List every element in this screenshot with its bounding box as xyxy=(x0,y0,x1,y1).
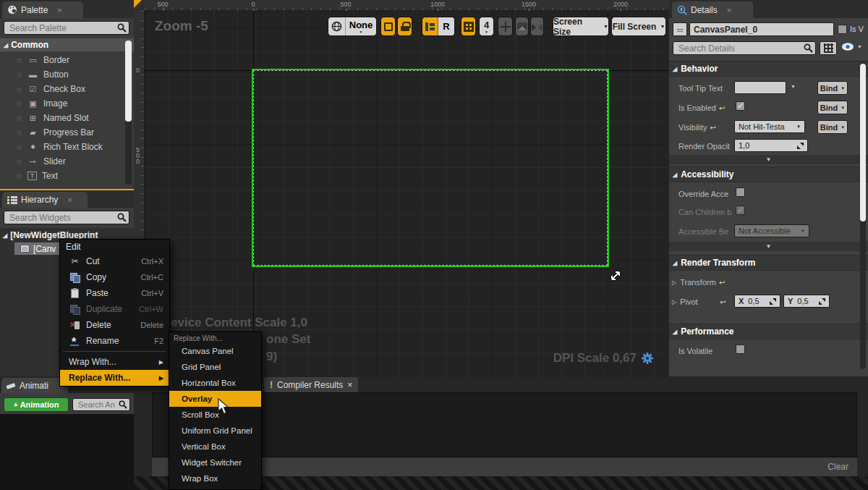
accessible-behavior-dropdown[interactable]: Not Accessible xyxy=(734,224,809,237)
screen-size-dropdown[interactable]: Screen Size ▼ xyxy=(553,17,609,36)
lock-widgets-button[interactable] xyxy=(397,17,412,36)
favorite-star-icon[interactable] xyxy=(16,113,22,123)
override-accessible-checkbox[interactable] xyxy=(736,187,745,197)
pivot-x-field[interactable]: X 0,5 xyxy=(734,295,780,308)
favorite-star-icon[interactable] xyxy=(16,55,22,65)
favorite-star-icon[interactable] xyxy=(16,142,22,152)
palette-item-button[interactable]: ▬Button xyxy=(0,67,123,82)
chevron-down-icon[interactable]: ▼ xyxy=(791,84,796,89)
section-performance[interactable]: ◢ Performance xyxy=(669,324,868,339)
visibility-dropdown[interactable]: Not Hit-Testa xyxy=(734,120,805,133)
palette-scrollbar-thumb[interactable] xyxy=(125,41,132,122)
palette-item-text[interactable]: TText xyxy=(0,169,123,183)
tab-hierarchy[interactable]: Hierarchy × xyxy=(2,192,88,208)
reset-to-default-icon[interactable]: ↩ xyxy=(710,124,716,132)
submenu-item-scroll-box[interactable]: Scroll Box xyxy=(169,407,261,423)
submenu-item-canvas-panel[interactable]: Canvas Panel xyxy=(169,343,261,359)
palette-item-named-slot[interactable]: ⊞Named Slot xyxy=(0,111,123,125)
palette-search[interactable] xyxy=(4,21,129,35)
value-drag-icon[interactable] xyxy=(770,298,776,305)
close-icon[interactable]: × xyxy=(347,380,352,390)
tab-compiler-results[interactable]: ! Compiler Results × xyxy=(264,377,358,392)
submenu-item-horizontal-box[interactable]: Horizontal Box xyxy=(169,375,261,391)
is-volatile-checkbox[interactable] xyxy=(736,345,745,354)
favorite-star-icon[interactable] xyxy=(16,84,22,94)
section-render-transform[interactable]: ◢ Render Transform xyxy=(669,255,868,271)
r-toggle-button[interactable]: R xyxy=(438,17,454,35)
accessibility-expander[interactable]: ▼ xyxy=(669,242,868,251)
widget-name-input[interactable] xyxy=(690,25,833,35)
grid-snapping-button[interactable] xyxy=(461,17,476,36)
menu-item-replace-with[interactable]: Replace With... ▶ xyxy=(60,370,169,386)
palette-item-rich-text[interactable]: ◆Rich Text Block xyxy=(0,140,123,154)
favorite-star-icon[interactable] xyxy=(16,98,22,109)
tab-palette[interactable]: Palette × xyxy=(2,1,83,18)
can-children-checkbox[interactable] xyxy=(736,206,745,215)
property-matrix-button[interactable] xyxy=(820,41,837,55)
pivot-y-field[interactable]: Y 0,5 xyxy=(783,295,830,308)
render-opacity-field[interactable]: 1,0 xyxy=(734,139,808,152)
section-behavior[interactable]: ◢ Behavior xyxy=(669,61,868,77)
is-enabled-bind-button[interactable]: Bind xyxy=(817,101,848,114)
flip-preview-button[interactable] xyxy=(530,17,544,36)
section-accessibility[interactable]: ◢ Accessibility xyxy=(669,166,868,182)
reset-to-default-icon[interactable]: ↩ xyxy=(719,104,725,112)
is-enabled-checkbox[interactable] xyxy=(736,101,745,111)
favorite-star-icon[interactable] xyxy=(16,69,22,80)
details-scrollbar-thumb[interactable] xyxy=(860,64,866,221)
widget-type-icon-button[interactable]: ▭ xyxy=(673,22,687,36)
localization-globe-button[interactable] xyxy=(328,17,346,35)
palette-item-border[interactable]: ▭Border xyxy=(0,53,123,67)
submenu-item-grid-panel[interactable]: Grid Panel xyxy=(169,359,261,375)
submenu-item-widget-switcher[interactable]: Widget Switcher xyxy=(169,455,261,470)
dpi-settings-gear-icon[interactable] xyxy=(642,352,653,364)
details-search[interactable] xyxy=(673,41,816,55)
tooltip-text-field[interactable] xyxy=(734,81,786,94)
hierarchy-search[interactable] xyxy=(4,211,129,224)
menu-item-duplicate[interactable]: Duplicate Ctrl+W xyxy=(60,301,169,317)
menu-item-wrap-with[interactable]: Wrap With... ▶ xyxy=(60,354,169,370)
palette-search-input[interactable] xyxy=(8,22,117,34)
menu-item-paste[interactable]: Paste Ctrl+V xyxy=(60,285,169,301)
fill-screen-dropdown[interactable]: Fill Screen ▼ xyxy=(611,17,666,36)
tab-animations[interactable]: Animati xyxy=(1,378,68,393)
favorite-star-icon[interactable] xyxy=(16,127,22,138)
toggle-dashed-outlines-button[interactable] xyxy=(380,17,396,36)
visibility-bind-button[interactable]: Bind xyxy=(817,120,848,134)
menu-item-rename[interactable]: Rename F2 xyxy=(60,333,169,349)
clear-button[interactable]: Clear xyxy=(827,462,848,472)
palette-item-slider[interactable]: ⊸Slider xyxy=(0,154,123,169)
favorite-star-icon[interactable] xyxy=(16,156,22,166)
reset-to-default-icon[interactable]: ↩ xyxy=(720,298,726,306)
value-drag-icon[interactable] xyxy=(797,143,804,149)
preview-language-dropdown[interactable]: None ▼ xyxy=(346,17,376,35)
reset-to-default-icon[interactable]: ↩ xyxy=(719,279,725,287)
palette-item-checkbox[interactable]: ☑Check Box xyxy=(0,82,123,96)
close-icon[interactable]: × xyxy=(727,6,731,14)
design-canvas[interactable]: Zoom -5 None ▼ R xyxy=(145,11,669,376)
palette-item-image[interactable]: ▣Image xyxy=(0,96,123,111)
is-variable-checkbox[interactable] xyxy=(838,25,847,34)
hierarchy-search-input[interactable] xyxy=(8,212,117,224)
expand-triangle-icon[interactable]: ▷ xyxy=(669,299,676,305)
selected-widget-outline[interactable] xyxy=(252,69,609,267)
submenu-item-uniform-grid-panel[interactable]: Uniform Grid Panel xyxy=(169,423,261,439)
tab-details[interactable]: Details × xyxy=(672,1,753,18)
palette-item-progress-bar[interactable]: ▰Progress Bar xyxy=(0,125,123,140)
widget-name-field[interactable] xyxy=(689,22,834,36)
close-icon[interactable]: × xyxy=(57,6,61,14)
menu-item-delete[interactable]: Delete Delete xyxy=(60,317,169,333)
add-animation-button[interactable]: + Animation xyxy=(4,397,69,412)
favorite-star-icon[interactable] xyxy=(16,171,22,181)
grid-size-dropdown[interactable]: 4 ▼ xyxy=(479,17,494,36)
animations-search-input[interactable] xyxy=(77,400,119,410)
value-drag-icon[interactable] xyxy=(819,298,825,305)
details-search-input[interactable] xyxy=(677,43,804,54)
expand-triangle-icon[interactable]: ▷ xyxy=(669,279,676,286)
palette-section-common[interactable]: ◢ Common xyxy=(0,38,134,51)
menu-item-copy[interactable]: Copy Ctrl+C xyxy=(60,269,169,285)
transform-mode-button[interactable] xyxy=(498,17,513,36)
close-icon[interactable]: × xyxy=(67,195,72,204)
submenu-item-overlay[interactable]: Overlay xyxy=(169,391,261,407)
animations-search[interactable] xyxy=(72,398,130,411)
